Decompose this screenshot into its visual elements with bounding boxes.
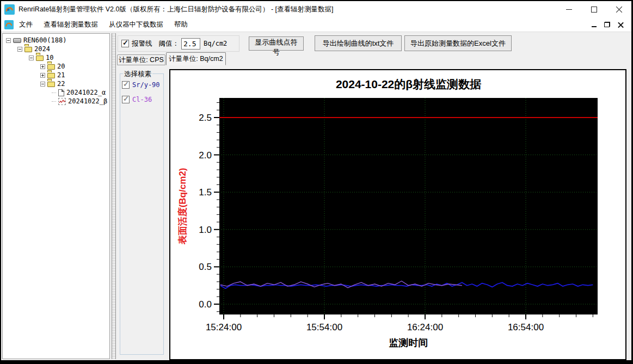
alarm-line-group: ✓ 报警线 阈值： Bq/cm2 [118,35,239,52]
tree-connector [52,101,56,102]
menu-item[interactable]: 查看辐射测量数据 [38,18,103,32]
alarm-line-checkbox[interactable]: ✓ [121,40,129,47]
close-icon [616,6,623,13]
mdi-child-icon [4,20,14,29]
threshold-unit-label: Bq/cm2 [204,40,227,47]
svg-text:16:54:00: 16:54:00 [508,322,544,332]
svg-text:监测时间: 监测时间 [389,337,428,348]
svg-text:16:24:00: 16:24:00 [407,322,443,332]
collapse-icon[interactable] [40,82,45,87]
svg-text:1.0: 1.0 [199,225,212,235]
menu-item[interactable]: 帮助 [169,18,193,32]
menu-bar: 文件查看辐射测量数据从仪器中下载数据帮助 [1,17,631,32]
nuclide-select-group: 选择核素 ✓Sr/y-90✓Cl-36 [120,73,164,355]
mdi-window-controls [592,22,631,28]
tree-item[interactable]: 2024 [3,45,109,53]
svg-text:0.0: 0.0 [199,299,212,310]
collapse-icon[interactable] [6,38,11,43]
tree-item[interactable]: 20 [3,62,109,71]
tree-item[interactable]: 21 [3,71,109,79]
nuclide-label: Sr/y-90 [132,81,160,89]
window-title: RenriRate辐射剂量管理软件 V2.0版（版权所有：上海仁日辐射防护设备有… [19,5,334,14]
tree-item-label: 20241022_α [66,89,106,96]
chart-container: 0.00.51.01.52.02.515:24:0015:54:0016:24:… [169,69,626,360]
folder-icon [24,46,32,52]
svg-text:2.0: 2.0 [199,150,212,161]
mdi-minimize-icon [592,26,597,27]
folder-icon [36,54,44,61]
svg-text:15:54:00: 15:54:00 [306,322,342,332]
nuclide-rows: ✓Sr/y-90✓Cl-36 [120,81,163,103]
mdi-restore-icon [604,22,610,27]
tab-unit-cps[interactable]: 计量单位: CPS [117,54,165,65]
threshold-input[interactable] [181,38,200,50]
svg-text:0.5: 0.5 [199,262,212,272]
collapse-icon[interactable] [29,55,34,60]
svg-text:15:24:00: 15:24:00 [206,322,242,332]
mdi-restore-button[interactable] [604,22,610,27]
tab-unit-bqcm2[interactable]: 计量单位: Bq/cm2 [166,52,226,65]
menu-items: 文件查看辐射测量数据从仪器中下载数据帮助 [14,18,193,32]
export-txt-button[interactable]: 导出绘制曲线的txt文件 [315,35,402,51]
svg-text:2024-10-22的β射线监测数据: 2024-10-22的β射线监测数据 [336,78,481,90]
nuclide-label: Cl-36 [132,96,152,103]
check-icon: ✓ [123,95,129,103]
tree-item-label: 22 [57,80,65,88]
close-button[interactable] [606,1,631,17]
chart-file-icon [58,98,66,105]
tree-item[interactable]: 10 [3,53,109,62]
maximize-button[interactable] [581,1,606,17]
svg-text:表面活度(Bq/cm2): 表面活度(Bq/cm2) [177,168,188,245]
tree-item[interactable]: 20241022_α [3,88,109,97]
expand-icon[interactable] [40,73,45,78]
alarm-line-label: 报警线 [132,39,152,48]
folder-icon [47,63,55,70]
threshold-label: 阈值： [159,39,180,48]
tree-item-label: REN600(188) [23,36,66,44]
mdi-close-button[interactable] [618,22,624,28]
device-tree-panel: REN600(188)20241020212220241022_α2024102… [2,33,110,359]
mdi-close-icon [618,22,624,28]
tree-item[interactable]: 22 [3,79,109,88]
svg-text:R: R [7,8,10,11]
tree-item[interactable]: REN600(188) [3,36,109,45]
mdi-minimize-button[interactable] [592,22,597,27]
app-window: R RenriRate辐射剂量管理软件 V2.0版（版权所有：上海仁日辐射防护设… [0,0,633,364]
tree-item-label: 10 [46,54,53,61]
device-icon [13,38,21,43]
show-curve-points-button[interactable]: 显示曲线点符号 [249,36,304,51]
svg-text:2.5: 2.5 [199,113,212,123]
beta-monitoring-chart: 0.00.51.01.52.02.515:24:0015:54:0016:24:… [170,70,625,359]
nuclide-checkbox[interactable]: ✓ [122,96,130,103]
tree-item[interactable]: 20241022_β [3,97,109,106]
title-bar: R RenriRate辐射剂量管理软件 V2.0版（版权所有：上海仁日辐射防护设… [1,1,631,17]
nuclide-checkbox[interactable]: ✓ [122,81,130,89]
collapse-icon[interactable] [17,47,22,52]
nuclide-row: ✓Cl-36 [122,96,163,103]
tree-connector [52,92,56,93]
expand-icon[interactable] [40,64,45,69]
check-icon: ✓ [123,80,129,88]
tree-item-label: 20 [57,63,65,70]
tree-item-label: 21 [57,71,65,79]
tree-item-label: 2024 [34,45,50,53]
nuclide-group-title: 选择核素 [123,70,152,79]
document-icon [58,89,64,96]
tree-item-label: 20241022_β [68,97,107,105]
minimize-icon [566,9,572,10]
export-excel-button[interactable]: 导出原始测量数据的Excel文件 [404,35,512,51]
menu-item[interactable]: 从仪器中下载数据 [103,18,169,32]
folder-icon [47,72,55,78]
svg-text:1.5: 1.5 [199,187,212,198]
nuclide-row: ✓Sr/y-90 [122,81,163,89]
folder-icon [47,81,55,87]
app-logo-icon: R [4,4,15,15]
maximize-icon [591,7,597,13]
menu-item[interactable]: 文件 [14,18,38,32]
check-icon: ✓ [122,39,128,47]
main-content: ✓ 报警线 阈值： Bq/cm2 显示曲线点符号 导出绘制曲线的txt文件 导出… [117,32,631,360]
panel-splitter[interactable] [112,33,116,359]
minimize-button[interactable] [556,1,581,17]
